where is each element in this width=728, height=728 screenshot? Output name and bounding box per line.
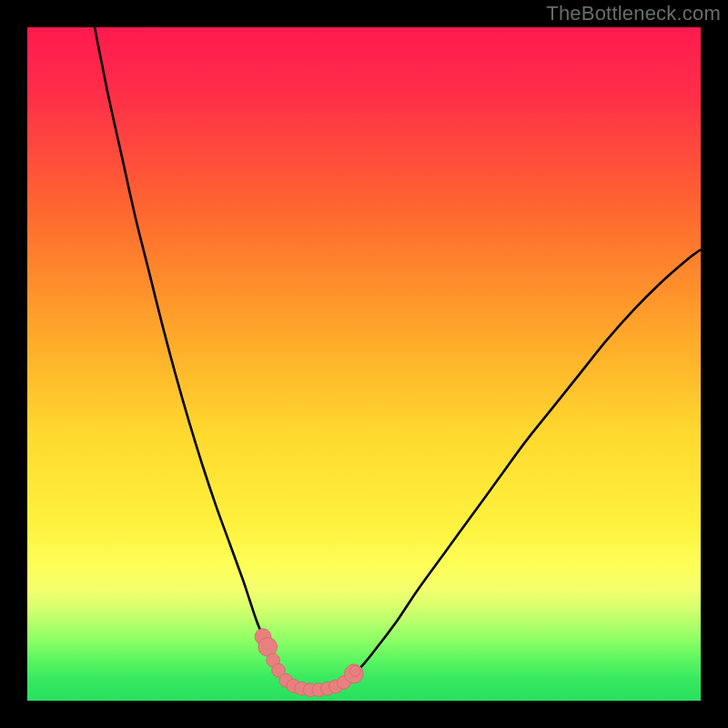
chart-svg xyxy=(27,27,701,701)
chart-frame: TheBottleneck.com xyxy=(0,0,728,728)
watermark-label: TheBottleneck.com xyxy=(546,2,721,25)
gradient-background xyxy=(27,27,701,701)
data-marker xyxy=(349,666,360,677)
plot-area xyxy=(27,27,701,701)
